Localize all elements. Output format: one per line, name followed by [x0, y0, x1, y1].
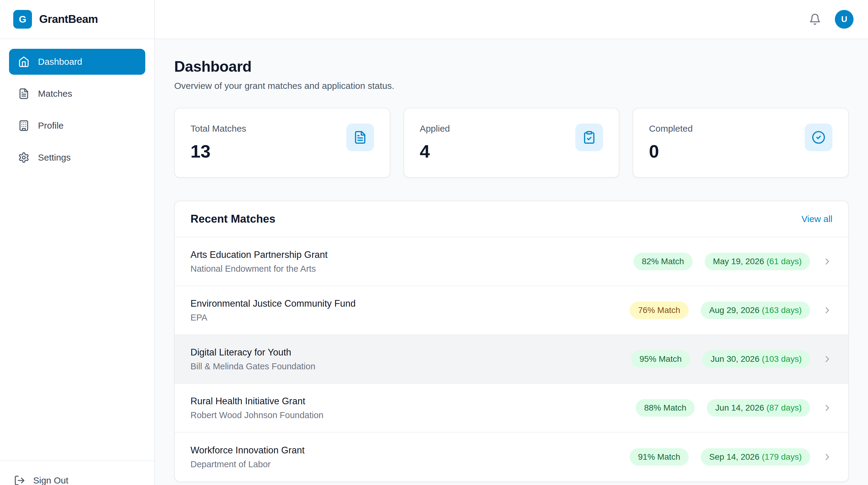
topbar: U — [155, 0, 868, 39]
match-row-meta: 76% Match Aug 29, 2026(163 days) — [629, 301, 832, 319]
deadline-days: (61 days) — [767, 257, 802, 266]
stat-value: 4 — [420, 141, 450, 162]
stats-row: Total Matches 13 Applied 4 Completed — [174, 108, 849, 178]
match-row[interactable]: Environmental Justice Community Fund EPA… — [175, 286, 848, 335]
stat-text: Applied 4 — [420, 124, 450, 162]
sidebar: G GrantBeam Dashboard Matches Profile — [0, 0, 155, 485]
document-icon — [18, 88, 30, 99]
stat-value: 0 — [649, 141, 692, 162]
recent-matches-title: Recent Matches — [190, 213, 276, 225]
sidebar-nav: Dashboard Matches Profile Settings — [0, 39, 154, 485]
stat-label: Total Matches — [190, 124, 246, 134]
sidebar-item-label: Profile — [38, 121, 64, 131]
deadline-badge: Jun 30, 2026(103 days) — [702, 350, 810, 368]
match-badge: 95% Match — [631, 350, 690, 368]
match-row-text: Arts Education Partnership Grant Nationa… — [190, 250, 328, 274]
deadline-days: (87 days) — [767, 403, 802, 412]
match-row-meta: 95% Match Jun 30, 2026(103 days) — [631, 350, 832, 368]
deadline-days: (103 days) — [762, 354, 802, 364]
deadline-date: Jun 14, 2026 — [715, 403, 764, 412]
page-title: Dashboard — [174, 58, 849, 75]
content: Dashboard Overview of your grant matches… — [155, 39, 868, 485]
match-badge: 82% Match — [633, 253, 692, 270]
deadline-badge: Jun 14, 2026(87 days) — [707, 399, 810, 417]
match-row[interactable]: Rural Health Initiative Grant Robert Woo… — [175, 384, 848, 432]
sign-out-button[interactable]: Sign Out — [0, 460, 154, 485]
chevron-right-icon — [822, 305, 832, 315]
grant-title: Environmental Justice Community Fund — [190, 298, 355, 309]
bell-icon — [809, 13, 821, 25]
deadline-badge: Aug 29, 2026(163 days) — [701, 301, 810, 319]
match-badge: 91% Match — [629, 448, 689, 466]
recent-matches-card: Recent Matches View all Arts Education P… — [174, 201, 849, 482]
brand-header: G GrantBeam — [0, 0, 154, 39]
match-row[interactable]: Workforce Innovation Grant Department of… — [175, 432, 848, 481]
chevron-right-icon — [822, 354, 832, 364]
notifications-button[interactable] — [809, 13, 821, 25]
match-row-text: Workforce Innovation Grant Department of… — [190, 445, 305, 469]
deadline-days: (163 days) — [762, 305, 802, 315]
deadline-days: (179 days) — [762, 452, 802, 461]
match-row-text: Digital Literacy for Youth Bill & Melind… — [190, 347, 315, 371]
sidebar-item-label: Settings — [38, 153, 70, 163]
page-subtitle: Overview of your grant matches and appli… — [174, 81, 849, 91]
match-row-meta: 88% Match Jun 14, 2026(87 days) — [636, 399, 832, 417]
logo-letter: G — [19, 14, 27, 25]
match-row[interactable]: Arts Education Partnership Grant Nationa… — [175, 237, 848, 286]
grant-org: National Endowment for the Arts — [190, 264, 328, 274]
app-name: GrantBeam — [39, 13, 98, 26]
check-circle-icon — [805, 124, 832, 151]
gear-icon — [18, 152, 30, 163]
grant-org: Bill & Melinda Gates Foundation — [190, 361, 315, 371]
sidebar-item-settings[interactable]: Settings — [9, 144, 145, 170]
app-logo: G — [13, 10, 32, 29]
deadline-date: Sep 14, 2026 — [709, 452, 760, 461]
stat-label: Applied — [420, 124, 450, 134]
document-icon — [346, 124, 374, 151]
sidebar-item-label: Dashboard — [38, 57, 82, 67]
match-row-text: Rural Health Initiative Grant Robert Woo… — [190, 396, 323, 420]
sidebar-item-dashboard[interactable]: Dashboard — [9, 49, 145, 75]
deadline-date: Aug 29, 2026 — [709, 305, 760, 315]
match-badge: 76% Match — [629, 301, 689, 319]
recent-matches-header: Recent Matches View all — [175, 201, 848, 237]
deadline-date: Jun 30, 2026 — [711, 354, 760, 364]
grant-title: Arts Education Partnership Grant — [190, 250, 328, 260]
clipboard-check-icon — [575, 124, 603, 151]
avatar-letter: U — [841, 14, 847, 24]
sign-out-label: Sign Out — [33, 475, 68, 485]
sidebar-item-label: Matches — [38, 89, 72, 99]
building-icon — [18, 120, 30, 131]
stat-label: Completed — [649, 124, 692, 134]
stat-card-completed: Completed 0 — [632, 108, 849, 178]
match-row-text: Environmental Justice Community Fund EPA — [190, 298, 355, 323]
deadline-date: May 19, 2026 — [713, 257, 764, 266]
grant-title: Digital Literacy for Youth — [190, 347, 315, 358]
sidebar-item-profile[interactable]: Profile — [9, 113, 145, 138]
grant-title: Workforce Innovation Grant — [190, 445, 305, 456]
avatar[interactable]: U — [835, 10, 854, 29]
grant-org: Robert Wood Johnson Foundation — [190, 410, 323, 420]
deadline-badge: Sep 14, 2026(179 days) — [701, 448, 810, 466]
match-badge: 88% Match — [636, 399, 695, 417]
main-column: U Dashboard Overview of your grant match… — [155, 0, 868, 485]
match-row-meta: 82% Match May 19, 2026(61 days) — [633, 253, 832, 270]
match-row-meta: 91% Match Sep 14, 2026(179 days) — [629, 448, 832, 466]
grant-org: EPA — [190, 313, 355, 323]
grant-org: Department of Labor — [190, 459, 305, 469]
stat-card-total-matches: Total Matches 13 — [174, 108, 390, 178]
chevron-right-icon — [822, 256, 832, 267]
stat-text: Completed 0 — [649, 124, 692, 162]
chevron-right-icon — [822, 452, 832, 462]
view-all-link[interactable]: View all — [801, 214, 832, 224]
chevron-right-icon — [822, 403, 832, 413]
sign-out-icon — [14, 475, 25, 485]
stat-value: 13 — [190, 141, 246, 162]
stat-text: Total Matches 13 — [190, 124, 246, 162]
sidebar-item-matches[interactable]: Matches — [9, 81, 145, 107]
grant-title: Rural Health Initiative Grant — [190, 396, 323, 407]
home-icon — [18, 56, 30, 67]
stat-card-applied: Applied 4 — [404, 108, 620, 178]
match-row[interactable]: Digital Literacy for Youth Bill & Melind… — [175, 335, 848, 384]
deadline-badge: May 19, 2026(61 days) — [705, 253, 810, 270]
